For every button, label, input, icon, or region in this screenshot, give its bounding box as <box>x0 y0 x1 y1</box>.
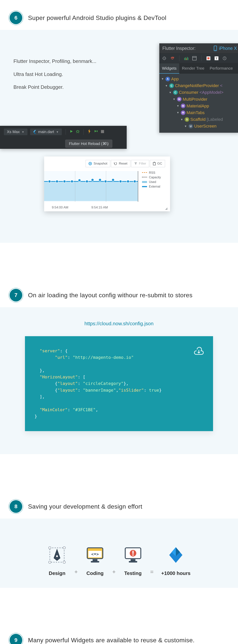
text-icon[interactable]: T <box>214 56 219 60</box>
node-name: MaterialApp <box>186 102 209 109</box>
run-toolbar-row: Xs Max▼ main.dart▼ <box>4 128 123 135</box>
section-8-body: Design + <•> Coding + Testing = +1000 ho… <box>0 518 238 588</box>
tree-node[interactable]: ▼M MainTabs <box>161 109 238 116</box>
legend-item: Capacity <box>142 176 165 179</box>
section-header: 6 Super powerful Android Studio plugins … <box>0 0 238 30</box>
node-name: App <box>171 76 179 82</box>
svg-point-27 <box>56 556 58 557</box>
phone-icon <box>214 46 217 51</box>
legend-item: RSS <box>142 171 165 174</box>
profiler-panel: Snapshot Reset Filter GC <box>44 156 170 211</box>
perf-bars-icon[interactable] <box>184 56 189 60</box>
widget-tree: ▼A App▼C ChangeNotifierProvider <▼C Cons… <box>159 74 238 133</box>
expand-icon[interactable]: ▼ <box>169 90 172 94</box>
tab-widgets[interactable]: Widgets <box>159 63 179 74</box>
node-name: ChangeNotifierProvider <box>175 82 219 89</box>
section-header: 7 On air loading the layout config witho… <box>0 277 238 307</box>
plus-symbol: + <box>112 569 116 575</box>
svg-rect-37 <box>131 559 135 561</box>
chart-point <box>78 179 81 182</box>
download-icon[interactable] <box>193 345 204 358</box>
code-value: "http://magento-demo.io" <box>73 355 134 360</box>
device-selector[interactable]: iPhone X <box>214 46 237 51</box>
tree-node[interactable]: ▼M MaterialApp <box>161 102 238 109</box>
effort-coding: <•> Coding <box>85 546 105 576</box>
svg-rect-6 <box>186 58 186 60</box>
svg-rect-7 <box>187 57 187 60</box>
svg-point-3 <box>164 58 165 59</box>
trash-icon <box>153 162 156 165</box>
debug-icon[interactable] <box>76 130 80 134</box>
refresh-icon[interactable] <box>170 56 175 60</box>
legend-label: Used <box>149 180 156 184</box>
tree-node[interactable]: ▼M MultiProvider <box>161 96 238 102</box>
chevron-down-icon: ▼ <box>22 130 24 134</box>
attach-icon[interactable] <box>94 130 98 134</box>
tree-node[interactable]: ▼A App <box>161 76 238 82</box>
node-badge: U <box>188 124 193 128</box>
gc-button[interactable]: GC <box>150 160 165 167</box>
code-key: "isSlider" <box>118 388 144 392</box>
chart-point <box>70 180 74 183</box>
chart-legend: RSS Capacity Used External <box>138 171 165 204</box>
button-label: Snapshot <box>93 162 107 166</box>
hot-reload-icon[interactable] <box>88 129 91 135</box>
tree-node[interactable]: ▼U UserScreen <box>161 123 238 130</box>
resize-handle-icon[interactable]: ◢ <box>165 206 167 210</box>
clock-icon[interactable] <box>222 56 227 60</box>
flutter-inspector-panel: Flutter Inspector: iPhone X T Widgets <box>159 43 238 133</box>
pen-icon <box>47 546 67 564</box>
reset-button[interactable]: Reset <box>111 160 130 167</box>
expand-icon[interactable]: ▼ <box>177 110 179 115</box>
chevron-down-icon: ▼ <box>56 130 59 134</box>
locate-icon[interactable] <box>162 56 167 60</box>
snapshot-button[interactable]: Snapshot <box>86 160 110 167</box>
tree-node[interactable]: ▼C Consumer <AppModel> <box>161 89 238 96</box>
node-badge: S <box>185 117 189 122</box>
device-dropdown[interactable]: Xs Max▼ <box>4 128 28 135</box>
config-url-link[interactable]: https://cloud.now.sh/config.json <box>25 321 213 326</box>
diamond-icon <box>166 546 185 564</box>
chart-point <box>91 178 94 182</box>
tree-node[interactable]: ▼S Scaffold [Labeled <box>161 116 238 123</box>
svg-rect-38 <box>129 561 137 562</box>
code-value: "#3FC1BE" <box>73 407 96 412</box>
effort-label: Testing <box>124 570 142 576</box>
filter-button[interactable]: Filter <box>131 160 149 167</box>
section-number-badge: 7 <box>10 289 22 302</box>
legend-label: External <box>149 185 160 188</box>
expand-icon[interactable]: ▼ <box>165 84 168 88</box>
baseline-icon[interactable] <box>206 56 211 60</box>
hot-reload-tooltip: Flutter Hot Reload (⌘\) <box>65 140 112 148</box>
legend-label: Capacity <box>149 176 161 179</box>
expand-icon[interactable]: ▼ <box>173 97 175 101</box>
layout-icon[interactable] <box>192 56 197 60</box>
section-number-badge: 9 <box>10 634 22 644</box>
effort-testing: Testing <box>123 546 143 576</box>
monitor-code-icon: <•> <box>85 546 105 564</box>
stop-icon[interactable] <box>101 130 104 134</box>
run-config-dropdown[interactable]: main.dart▼ <box>30 128 62 135</box>
reset-icon <box>114 162 117 165</box>
plus-symbol: + <box>74 569 78 575</box>
device-label: Xs Max <box>7 130 20 134</box>
run-icon[interactable] <box>70 130 73 134</box>
node-generic: <AppModel> <box>199 89 223 96</box>
expand-icon[interactable]: ▼ <box>177 104 179 108</box>
expand-icon[interactable]: ▼ <box>180 117 183 122</box>
tab-performance[interactable]: Performance <box>207 63 235 74</box>
device-name: iPhone X <box>219 46 237 51</box>
section-9: 9 Many powerful Widgets are available to… <box>0 622 238 644</box>
expand-icon[interactable]: ▼ <box>184 124 187 128</box>
tab-render-tree[interactable]: Render Tree <box>179 63 207 74</box>
svg-rect-21 <box>153 163 155 165</box>
camera-icon <box>89 162 92 165</box>
node-name: MainTabs <box>186 109 205 116</box>
inspector-title: Flutter Inspector: <box>162 46 196 51</box>
chart-point <box>56 180 59 183</box>
equals-symbol: = <box>150 569 154 575</box>
tree-node[interactable]: ▼C ChangeNotifierProvider < <box>161 82 238 89</box>
expand-icon[interactable]: ▼ <box>161 77 164 81</box>
legend-item: External <box>142 185 165 188</box>
chart-point <box>104 180 107 183</box>
